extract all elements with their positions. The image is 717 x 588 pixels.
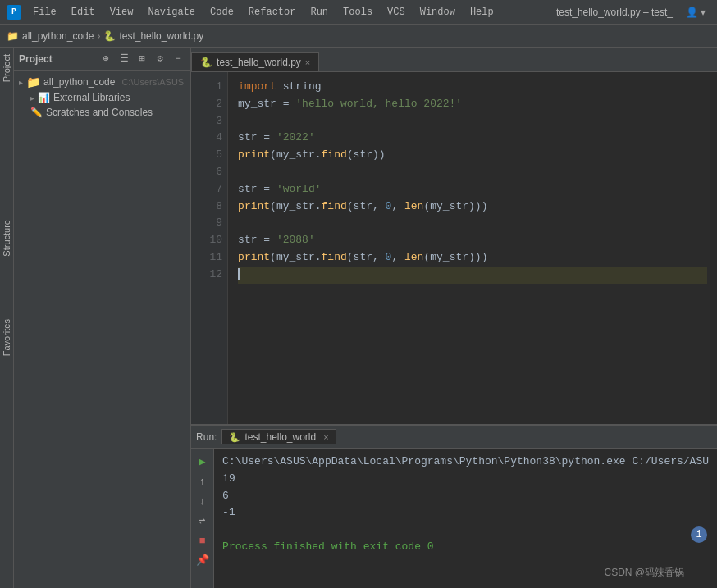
output-line-1: C:\Users\ASUS\AppData\Local\Programs\Pyt… — [222, 454, 709, 471]
project-panel: Project ⊕ ☰ ⊞ ⚙ − ▸ 📁 all_python_code C:… — [14, 48, 191, 588]
menu-view[interactable]: View — [103, 5, 140, 20]
tree-label-ext: External Libraries — [53, 92, 130, 103]
window-title: test_hello_world.py – test_ — [556, 7, 673, 18]
breadcrumb-folder-icon: 📁 — [7, 30, 19, 42]
menu-window[interactable]: Window — [413, 5, 462, 20]
line-num-5: 5 — [196, 147, 222, 164]
main-layout: Project Project ⊕ ☰ ⊞ ⚙ − ▸ 📁 all_python… — [0, 48, 717, 588]
project-panel-title: Project — [19, 53, 95, 65]
menu-bar: File Edit View Navigate Code Refactor Ru… — [26, 5, 556, 20]
line-numbers: 1 2 3 4 5 6 7 8 9 10 11 12 — [191, 72, 228, 424]
folder-icon-root: 📁 — [26, 75, 40, 89]
breadcrumb-project[interactable]: all_python_code — [22, 30, 94, 42]
editor-area: 🐍 test_hello_world.py × 1 2 3 4 5 6 7 8 … — [191, 48, 717, 588]
editor-tab-bar: 🐍 test_hello_world.py × — [191, 48, 717, 72]
code-content[interactable]: import string my_str = 'hello world, hel… — [228, 72, 717, 424]
info-button[interactable]: i — [691, 526, 707, 543]
run-tab[interactable]: 🐍 test_hello_world × — [221, 429, 336, 444]
output-line-4: -1 — [222, 504, 709, 522]
code-line-4: str = '2022' — [238, 130, 707, 147]
scratches-icon: ✏️ — [30, 107, 43, 118]
sidebar-tab-project[interactable]: Project — [0, 48, 13, 89]
editor-tab-file[interactable]: 🐍 test_hello_world.py × — [191, 52, 319, 71]
line-num-3: 3 — [196, 113, 222, 130]
line-num-1: 1 — [196, 79, 222, 96]
breadcrumb-file: 🐍 test_hello_world.py — [103, 30, 203, 42]
tab-close-button[interactable]: × — [305, 57, 310, 67]
left-vertical-tabs: Structure Favorites — [0, 213, 18, 362]
breadcrumb-file-icon: 🐍 — [103, 30, 116, 42]
code-line-12 — [238, 267, 707, 284]
code-line-2: my_str = 'hello world, hello 2022!' — [238, 96, 707, 113]
menu-tools[interactable]: Tools — [336, 5, 379, 20]
sidebar-tab-favorites[interactable]: Favorites — [0, 312, 18, 362]
tree-arrow-root: ▸ — [19, 78, 23, 87]
output-line-3: 6 — [222, 488, 709, 505]
person-icon: 👤 — [686, 7, 698, 18]
menu-navigate[interactable]: Navigate — [141, 5, 202, 20]
menu-code[interactable]: Code — [203, 5, 240, 20]
ext-lib-icon: 📊 — [38, 92, 50, 103]
line-num-4: 4 — [196, 130, 222, 147]
tab-label: test_hello_world.py — [217, 57, 301, 68]
settings-icon[interactable]: ⚙ — [153, 52, 167, 66]
menu-edit[interactable]: Edit — [65, 5, 102, 20]
code-line-1: import string — [238, 79, 707, 96]
bottom-panel: Run: 🐍 test_hello_world × ▶ ↑ ↓ ⇌ ■ 📌 C — [191, 424, 717, 588]
account-button[interactable]: 👤 ▾ — [681, 5, 710, 20]
line-num-12: 12 — [196, 267, 222, 284]
menu-file[interactable]: File — [26, 5, 63, 20]
breadcrumb: 📁 all_python_code › 🐍 test_hello_world.p… — [0, 25, 717, 48]
tree-item-ext-libs[interactable]: ▸ 📊 External Libraries — [14, 90, 190, 105]
run-scroll-down-button[interactable]: ↓ — [194, 493, 211, 509]
output-line-2: 19 — [222, 471, 709, 488]
tree-arrow-ext: ▸ — [30, 93, 34, 103]
tree-path: C:\Users\ASUS — [121, 77, 184, 87]
code-editor[interactable]: 1 2 3 4 5 6 7 8 9 10 11 12 import string… — [191, 72, 717, 424]
menu-help[interactable]: Help — [464, 5, 500, 20]
menu-run[interactable]: Run — [304, 5, 335, 20]
menu-refactor[interactable]: Refactor — [242, 5, 303, 20]
tree-label-scratches: Scratches and Consoles — [46, 107, 153, 118]
breadcrumb-filename[interactable]: test_hello_world.py — [119, 30, 203, 42]
tree-label-root: all_python_code — [43, 76, 115, 88]
run-sidebar: ▶ ↑ ↓ ⇌ ■ 📌 — [191, 449, 214, 588]
breadcrumb-separator: › — [97, 30, 100, 42]
code-line-7: str = 'world' — [238, 181, 707, 198]
output-line-6: Process finished with exit code 0 — [222, 539, 709, 556]
code-line-5: print(my_str.find(str)) — [238, 147, 707, 164]
menu-vcs[interactable]: VCS — [381, 5, 412, 20]
run-scroll-up-button[interactable]: ↑ — [194, 473, 211, 490]
run-label: Run: — [196, 431, 217, 443]
line-num-9: 9 — [196, 215, 222, 232]
code-line-3 — [238, 113, 707, 130]
tree-item-scratches[interactable]: ✏️ Scratches and Consoles — [14, 105, 190, 120]
app-logo: P — [7, 5, 21, 20]
run-tab-icon: 🐍 — [229, 432, 240, 443]
info-icon: i — [696, 529, 701, 540]
line-num-11: 11 — [196, 249, 222, 267]
run-tab-label: test_hello_world — [244, 431, 316, 443]
locate-icon[interactable]: ⊕ — [98, 52, 113, 66]
code-line-11: print(my_str.find(str, 0, len(my_str))) — [238, 249, 707, 267]
run-play-button[interactable]: ▶ — [194, 454, 211, 470]
line-num-7: 7 — [196, 181, 222, 198]
sidebar-tab-structure[interactable]: Structure — [0, 213, 18, 263]
run-pin-button[interactable]: 📌 — [194, 552, 211, 568]
collapse-all-icon[interactable]: ☰ — [116, 52, 131, 66]
run-stop-button[interactable]: ■ — [194, 532, 211, 549]
expand-all-icon[interactable]: ⊞ — [135, 52, 149, 66]
run-tab-close[interactable]: × — [323, 432, 328, 442]
line-num-8: 8 — [196, 198, 222, 216]
project-toolbar: Project ⊕ ☰ ⊞ ⚙ − — [14, 48, 190, 71]
tab-file-icon: 🐍 — [200, 57, 212, 68]
tree-item-root[interactable]: ▸ 📁 all_python_code C:\Users\ASUS — [14, 74, 190, 90]
project-tree: ▸ 📁 all_python_code C:\Users\ASUS ▸ 📊 Ex… — [14, 71, 190, 588]
code-line-10: str = '2088' — [238, 232, 707, 249]
code-line-9 — [238, 215, 707, 232]
run-wrap-button[interactable]: ⇌ — [194, 513, 211, 529]
dropdown-arrow: ▾ — [701, 7, 706, 18]
line-num-6: 6 — [196, 164, 222, 181]
line-num-2: 2 — [196, 96, 222, 113]
close-panel-icon[interactable]: − — [171, 52, 185, 66]
